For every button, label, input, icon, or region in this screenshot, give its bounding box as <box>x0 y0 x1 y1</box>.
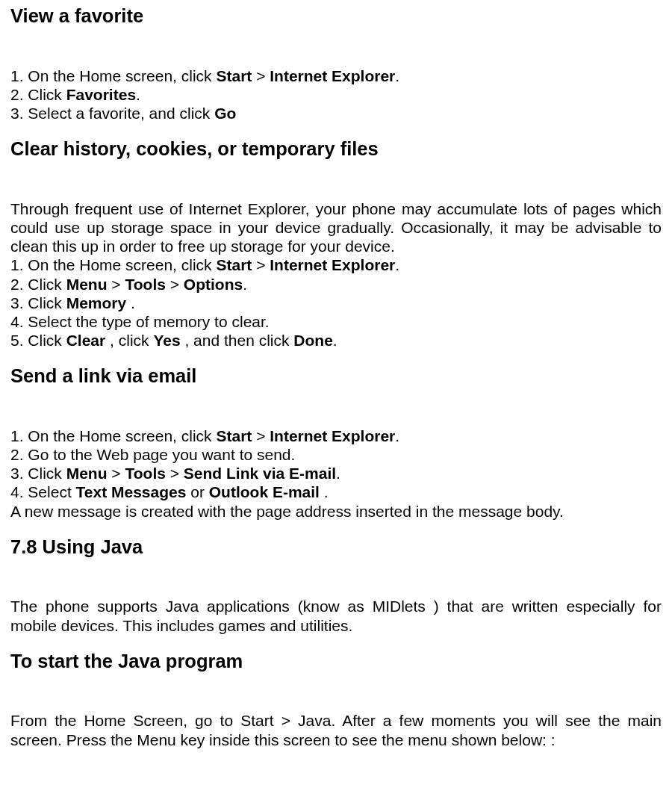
text: . <box>395 427 399 444</box>
heading-view-favorite: View a favorite <box>10 4 662 28</box>
bold-ie: Internet Explorer <box>270 67 395 84</box>
bold-send-link: Send Link via E-mail <box>184 465 336 482</box>
text: > <box>252 256 270 273</box>
start-java-intro: From the Home Screen, go to Start > Java… <box>10 711 662 748</box>
send-link-step-1: 1. On the Home screen, click Start > Int… <box>10 426 662 445</box>
bold-tools: Tools <box>125 276 165 293</box>
text: > <box>108 465 125 482</box>
text: 3. Click <box>10 465 66 482</box>
bold-done: Done <box>293 332 333 349</box>
text: > <box>166 465 184 482</box>
bold-menu: Menu <box>66 465 108 482</box>
text: > <box>252 427 270 444</box>
text: . <box>243 276 247 293</box>
heading-start-java: To start the Java program <box>10 650 662 673</box>
bold-start: Start <box>216 256 252 273</box>
send-link-note: A new message is created with the page a… <box>10 502 662 521</box>
bold-memory: Memory <box>66 294 127 311</box>
bold-favorites: Favorites <box>66 86 136 103</box>
bold-tools: Tools <box>125 465 165 482</box>
clear-history-step-4: 4. Select the type of memory to clear. <box>10 312 662 331</box>
view-favorite-step-3: 3. Select a favorite, and click Go <box>10 104 662 122</box>
using-java-intro: The phone supports Java applications (kn… <box>10 597 662 634</box>
bold-start: Start <box>216 67 252 84</box>
text: . <box>395 256 399 273</box>
text: . <box>336 465 340 482</box>
clear-history-step-1: 1. On the Home screen, click Start > Int… <box>10 255 662 274</box>
send-link-step-3: 3. Click Menu > Tools > Send Link via E-… <box>10 464 662 483</box>
text: , and then click <box>181 332 294 349</box>
heading-send-link: Send a link via email <box>10 364 662 388</box>
text: 4. Select <box>10 483 76 500</box>
text: > <box>108 276 125 293</box>
bold-yes: Yes <box>153 332 180 349</box>
text: 1. On the Home screen, click <box>10 427 216 444</box>
text: > <box>252 67 270 84</box>
text: 2. Click <box>10 86 66 103</box>
heading-using-java: 7.8 Using Java <box>10 536 662 559</box>
text: 3. Click <box>10 294 66 311</box>
view-favorite-step-1: 1. On the Home screen, click Start > Int… <box>10 66 662 85</box>
bold-outlook: Outlook E-mail <box>209 483 320 500</box>
heading-clear-history: Clear history, cookies, or temporary fil… <box>10 137 662 161</box>
text: > <box>166 276 184 293</box>
text: 5. Click <box>10 332 66 349</box>
text: or <box>186 483 208 500</box>
clear-history-intro: Through frequent use of Internet Explore… <box>10 199 662 256</box>
bold-text-messages: Text Messages <box>76 483 187 500</box>
text: 2. Click <box>10 276 66 293</box>
bold-ie: Internet Explorer <box>270 427 395 444</box>
text: . <box>395 67 399 84</box>
bold-menu: Menu <box>66 276 108 293</box>
bold-go: Go <box>214 105 236 122</box>
bold-start: Start <box>216 427 252 444</box>
bold-options: Options <box>184 276 243 293</box>
text: . <box>126 294 135 311</box>
send-link-step-4: 4. Select Text Messages or Outlook E-mai… <box>10 483 662 501</box>
view-favorite-step-2: 2. Click Favorites. <box>10 85 662 104</box>
clear-history-step-2: 2. Click Menu > Tools > Options. <box>10 275 662 294</box>
text: . <box>320 483 329 500</box>
send-link-step-2: 2. Go to the Web page you want to send. <box>10 445 662 464</box>
text: 1. On the Home screen, click <box>10 256 216 273</box>
clear-history-step-5: 5. Click Clear , click Yes , and then cl… <box>10 331 662 350</box>
text: 3. Select a favorite, and click <box>10 105 214 122</box>
bold-clear: Clear <box>66 332 106 349</box>
text: . <box>136 86 140 103</box>
text: 1. On the Home screen, click <box>10 67 216 84</box>
bold-ie: Internet Explorer <box>270 256 395 273</box>
text: , click <box>105 332 153 349</box>
clear-history-step-3: 3. Click Memory . <box>10 294 662 312</box>
text: . <box>333 332 337 349</box>
